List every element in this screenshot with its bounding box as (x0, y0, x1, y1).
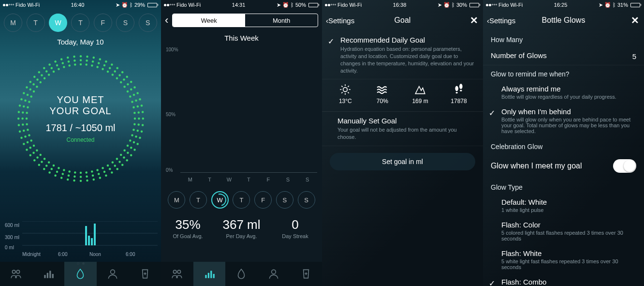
option-only-behind[interactable]: ✓ Only when I'm behind Bottle will glow … (483, 104, 644, 138)
tab-bar (161, 262, 322, 286)
option-always-remind[interactable]: Always remind me Bottle will glow regard… (483, 81, 644, 104)
page-title: ‹Settings Bottle Glows ✕ (483, 10, 644, 31)
clock: 14:31 (232, 2, 246, 8)
segment-week[interactable]: Week (173, 14, 245, 27)
day-tab-thu[interactable]: T (71, 14, 89, 32)
stats-screen: Fido Wi-Fi 14:31 ➤ ⏰ ᛒ 50% ‹ Week Month … (161, 0, 322, 286)
tab-profile[interactable] (97, 262, 129, 286)
celebration-toggle[interactable] (613, 159, 636, 173)
svg-rect-190 (47, 273, 48, 278)
day-tab-sat[interactable]: S (116, 14, 134, 32)
location-icon: ➤ (599, 2, 603, 8)
tab-add[interactable] (290, 262, 322, 286)
mountain-icon (413, 83, 427, 96)
alarm-icon: ⏰ (121, 2, 128, 8)
glow-type-flash-combo[interactable]: ✓ Flash: Combo (483, 274, 644, 286)
close-button[interactable]: ✕ (470, 15, 478, 26)
intake-value: 1781 / ~1050 ml (46, 122, 116, 134)
day-tab-tue[interactable]: T (190, 191, 207, 209)
footsteps-icon (452, 83, 466, 96)
svg-point-187 (13, 270, 16, 273)
back-button[interactable]: ‹Settings (487, 16, 515, 25)
svg-point-205 (460, 90, 462, 91)
svg-point-195 (177, 270, 181, 273)
status-bar: Fido Wi-Fi 16:40 ➤ ⏰ ᛒ 29% (0, 0, 161, 10)
set-goal-button[interactable]: Set goal in ml (330, 153, 475, 170)
glow-type-default[interactable]: Default: White1 white light pulse (483, 194, 644, 217)
svg-point-200 (272, 270, 276, 274)
checkmark-icon: ✓ (489, 279, 495, 286)
day-selector: M T W T F S S (0, 10, 161, 36)
day-tab-mon[interactable]: M (4, 14, 22, 32)
goal-headline-1: YOU MET (57, 94, 104, 105)
svg-rect-199 (213, 274, 214, 278)
tab-friends[interactable] (161, 262, 193, 286)
day-tab-tue[interactable]: T (27, 14, 45, 32)
bluetooth-icon: ᛒ (130, 2, 133, 8)
alarm-icon: ⏰ (443, 2, 450, 8)
celebration-toggle-row[interactable]: Glow when I meet my goal (483, 153, 644, 179)
section-glow-type: Glow Type (483, 179, 644, 194)
status-bar: Fido Wi-Fi 16:38 ➤ ⏰ ᛒ 30% (322, 0, 483, 10)
checkmark-icon: ✓ (328, 37, 334, 46)
section-celebration: Celebration Glow (483, 138, 644, 153)
weekly-bar-chart: 100% 50% 0% MTWTFSS (166, 47, 317, 182)
clock: 16:38 (393, 2, 407, 8)
option-recommended-goal[interactable]: ✓ Recommended Daily Goal Hydration equat… (322, 31, 483, 79)
day-tab-sat[interactable]: S (276, 191, 293, 209)
svg-rect-192 (52, 274, 53, 278)
env-temperature: 13°C (338, 83, 352, 105)
day-tab-sun[interactable]: S (139, 14, 157, 32)
svg-rect-184 (88, 236, 90, 245)
glows-value: 5 (632, 52, 636, 60)
bluetooth-icon: ᛒ (452, 2, 455, 8)
tab-stats[interactable] (32, 262, 65, 286)
glow-type-flash-color[interactable]: Flash: Color5 colored light fast flashes… (483, 217, 644, 245)
day-tab-fri[interactable]: F (94, 14, 112, 32)
close-button[interactable]: ✕ (631, 15, 639, 26)
status-bar: Fido Wi-Fi 14:31 ➤ ⏰ ᛒ 50% (161, 0, 322, 10)
tab-friends[interactable] (0, 262, 32, 286)
tab-home[interactable] (64, 262, 97, 286)
option-manual-goal[interactable]: Manually Set Goal Your goal will not be … (322, 112, 483, 146)
home-screen: Fido Wi-Fi 16:40 ➤ ⏰ ᛒ 29% M T W T F S S… (0, 0, 161, 286)
tab-bar (0, 262, 161, 286)
svg-rect-183 (85, 226, 87, 245)
day-tab-wed[interactable]: W (211, 191, 229, 209)
back-button[interactable]: ‹Settings (326, 16, 354, 25)
nav-header: ‹ Week Month (161, 10, 322, 31)
day-tab-mon[interactable]: M (168, 191, 185, 209)
svg-point-193 (111, 270, 115, 274)
glow-type-flash-white[interactable]: Flash: White5 white light fast flashes r… (483, 245, 644, 274)
back-button[interactable]: ‹ (165, 14, 168, 27)
svg-rect-196 (205, 275, 206, 278)
hourly-chart: 600 ml 300 ml 0 ml Midnight 6:00 Noon 6:… (5, 218, 156, 257)
day-tab-fri[interactable]: F (254, 191, 272, 209)
segment-month[interactable]: Month (245, 14, 318, 27)
battery-pct: 29% (134, 2, 145, 8)
svg-point-201 (343, 88, 348, 92)
connection-status: Connected (66, 136, 94, 143)
env-elevation: 169 m (412, 83, 428, 105)
tab-home[interactable] (225, 262, 258, 286)
clock: 16:25 (554, 2, 568, 8)
progress-ring: YOU MET YOUR GOAL 1781 / ~1050 ml Connec… (13, 51, 148, 186)
tab-add[interactable] (129, 262, 161, 286)
number-of-glows-row[interactable]: Number of Glows 5 (483, 46, 644, 65)
chart-title: This Week (161, 34, 322, 42)
status-bar: Fido Wi-Fi 16:25 ➤ ⏰ ᛒ 31% (483, 0, 644, 10)
env-steps: 17878 (451, 83, 467, 105)
day-tab-thu[interactable]: T (233, 191, 250, 209)
range-segmented: Week Month (172, 14, 318, 27)
stat-per-day: 367 mlPer Day Avg. (215, 217, 268, 239)
location-icon: ➤ (116, 2, 120, 8)
page-title: ‹Settings Goal ✕ (322, 10, 483, 31)
tab-profile[interactable] (258, 262, 290, 286)
bluetooth-icon: ᛒ (613, 2, 616, 8)
svg-rect-191 (49, 271, 51, 278)
day-tab-wed[interactable]: W (49, 14, 67, 32)
day-tab-sun[interactable]: S (298, 191, 315, 209)
tab-stats[interactable] (193, 262, 226, 286)
stat-streak: 0Day Streak (268, 217, 322, 239)
carrier-label: Fido Wi-Fi (15, 2, 40, 8)
